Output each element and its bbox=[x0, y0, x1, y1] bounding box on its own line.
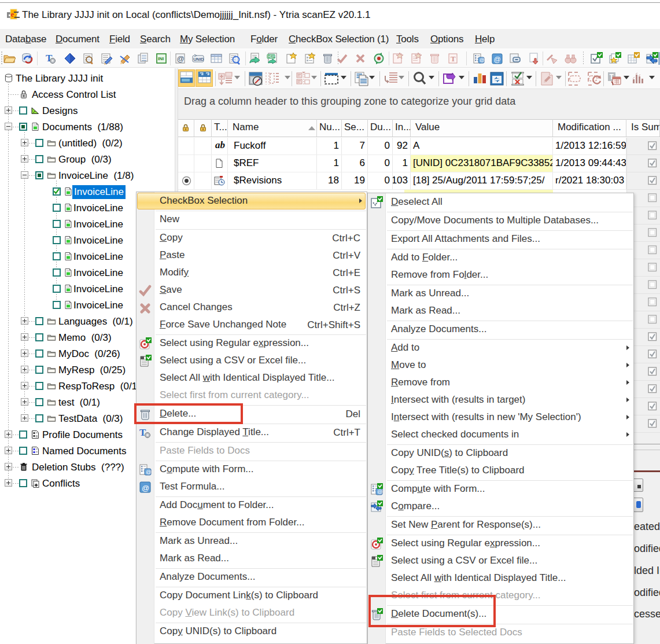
svg-text:@: @ bbox=[142, 484, 149, 492]
svg-text:@: @ bbox=[377, 489, 382, 495]
svg-text:@: @ bbox=[146, 469, 151, 475]
